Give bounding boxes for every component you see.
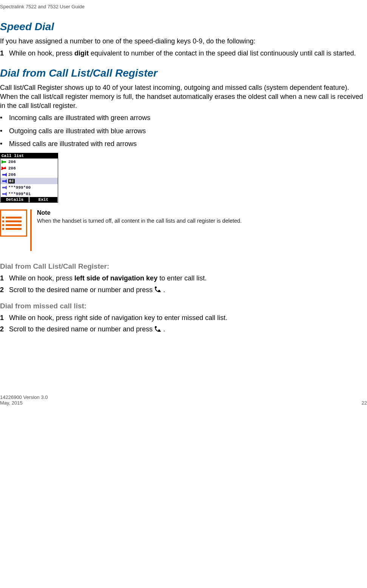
note-divider bbox=[30, 209, 32, 251]
arrow-outgoing-icon bbox=[2, 186, 7, 189]
note-title: Note bbox=[37, 209, 242, 216]
step-text-post: to enter call list. bbox=[157, 274, 207, 282]
speed-dial-step-1: 1While on hook, press digit equivalent t… bbox=[0, 49, 367, 58]
footer-date: May, 2015 bbox=[0, 400, 48, 406]
note-icon bbox=[0, 209, 27, 237]
step-text: While on hook, press right side of navig… bbox=[9, 314, 227, 322]
call-list-row: 206 bbox=[0, 165, 58, 171]
call-list-row-selected: BI bbox=[0, 178, 58, 184]
dial-missed-step-2: 2Scroll to the desired name or number an… bbox=[0, 325, 367, 334]
call-list-row-text: 206 bbox=[8, 166, 16, 171]
call-list-row-text: 206 bbox=[8, 172, 16, 177]
arrow-missed-icon bbox=[2, 166, 7, 170]
arrow-outgoing-icon bbox=[2, 179, 7, 183]
call-list-row: ***999*01 bbox=[0, 191, 58, 197]
dial-list-step-2: 2Scroll to the desired name or number an… bbox=[0, 285, 367, 294]
step-text: Scroll to the desired name or number and… bbox=[9, 325, 154, 333]
step-text-post: . bbox=[161, 286, 165, 294]
step-text: While on hook, press bbox=[9, 274, 74, 282]
page-footer: 14226900 Version 3.0 May, 2015 22 bbox=[0, 394, 367, 406]
dial-missed-step-1: 1While on hook, press right side of navi… bbox=[0, 313, 367, 322]
running-header: Spectralink 7522 and 7532 User Guide bbox=[0, 4, 367, 21]
phone-icon bbox=[154, 286, 161, 293]
step-text: Scroll to the desired name or number and… bbox=[9, 286, 154, 294]
step-text-post: equivalent to number of the contact in t… bbox=[89, 49, 356, 57]
arrow-incoming-icon bbox=[2, 160, 7, 164]
softkey-details: Details bbox=[1, 197, 29, 202]
step-bold: digit bbox=[74, 49, 89, 57]
bullet-incoming: Incoming calls are illustrated with gree… bbox=[0, 113, 367, 122]
step-bold: left side of navigation key bbox=[74, 274, 157, 282]
call-list-row-text: ***999*01 bbox=[8, 192, 31, 196]
heading-call-register: Dial from Call List/Call Register bbox=[0, 67, 367, 79]
subhead-dial-from-list: Dial from Call List/Call Register: bbox=[0, 262, 367, 271]
arrow-outgoing-icon bbox=[2, 192, 7, 196]
speed-dial-intro: If you have assigned a number to one of … bbox=[0, 37, 367, 46]
call-list-row: 206 bbox=[0, 171, 58, 178]
heading-speed-dial: Speed Dial bbox=[0, 21, 367, 33]
call-list-screenshot: Call list 206 206 206 BI ***999*00 ***99… bbox=[0, 153, 57, 203]
subhead-dial-from-missed: Dial from missed call list: bbox=[0, 302, 367, 310]
call-list-row-text: BI bbox=[8, 179, 15, 183]
step-text-post: . bbox=[161, 325, 165, 333]
call-list-row: ***999*00 bbox=[0, 184, 58, 191]
note-body: When the handset is turned off, all cont… bbox=[37, 218, 242, 224]
call-register-intro: Call list/Call Register shows up to 40 o… bbox=[0, 83, 367, 111]
call-list-row: 206 bbox=[0, 159, 58, 165]
call-list-header: Call list bbox=[0, 153, 58, 159]
dial-list-step-1: 1While on hook, press left side of navig… bbox=[0, 274, 367, 283]
bullet-missed: Missed calls are illustrated with red ar… bbox=[0, 139, 367, 148]
arrow-outgoing-icon bbox=[2, 173, 7, 177]
page-number: 22 bbox=[362, 400, 367, 406]
note-block: Note When the handset is turned off, all… bbox=[0, 209, 367, 251]
call-list-row-text: ***999*00 bbox=[8, 185, 31, 190]
bullet-outgoing: Outgoing calls are illustrated with blue… bbox=[0, 126, 367, 135]
call-list-row-text: 206 bbox=[8, 160, 16, 164]
softkey-exit: Exit bbox=[29, 197, 57, 202]
phone-icon bbox=[154, 326, 161, 333]
step-text: While on hook, press bbox=[9, 49, 74, 57]
footer-doc-id: 14226900 Version 3.0 bbox=[0, 394, 48, 400]
